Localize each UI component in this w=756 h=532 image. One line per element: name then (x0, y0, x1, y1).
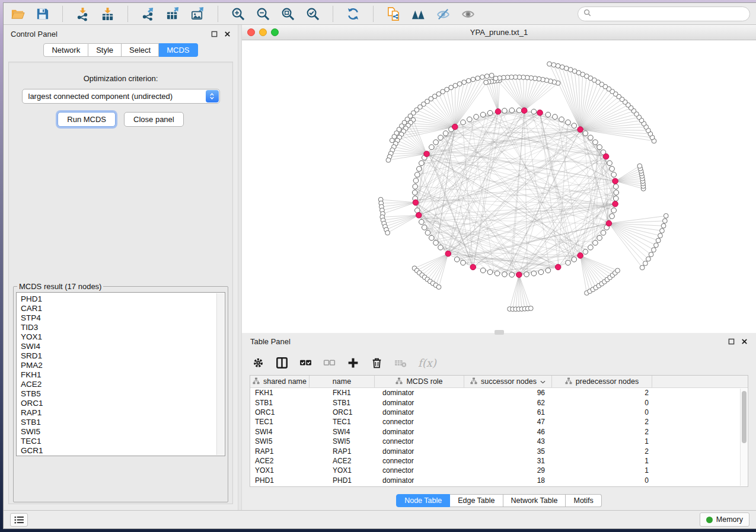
column-header-shared-name[interactable]: shared name (250, 376, 310, 387)
network-node[interactable] (480, 112, 486, 117)
network-node[interactable] (433, 241, 439, 246)
vertical-splitter[interactable] (238, 25, 242, 510)
table-scrollbar-thumb[interactable] (742, 391, 747, 443)
table-cell[interactable]: ACE2 (310, 457, 375, 465)
table-cell[interactable]: YOX1 (250, 466, 310, 475)
network-node[interactable] (467, 117, 473, 122)
float-table-panel-icon[interactable] (728, 338, 735, 345)
network-leaf-node[interactable] (662, 219, 667, 223)
table-cell[interactable]: connector (375, 437, 464, 446)
table-cell[interactable]: SWI5 (250, 437, 310, 446)
table-row[interactable]: TEC1TEC1connector472 (250, 417, 748, 427)
network-node[interactable] (454, 257, 460, 262)
table-cell[interactable]: 1 (552, 437, 652, 446)
mcds-result-item[interactable]: SRD1 (21, 351, 215, 361)
table-row[interactable]: ORC1ORC1dominator610 (250, 408, 748, 417)
mcds-hub-node[interactable] (537, 110, 543, 116)
network-node[interactable] (597, 145, 602, 150)
mcds-hub-node[interactable] (495, 108, 501, 114)
table-cell[interactable]: connector (375, 418, 464, 426)
mcds-result-item[interactable]: TID3 (21, 323, 215, 332)
tab-motifs[interactable]: Motifs (566, 494, 601, 507)
network-leaf-node[interactable] (484, 74, 489, 79)
import-table-icon[interactable] (100, 6, 116, 22)
optimization-criterion-select[interactable]: largest connected component (undirected) (22, 89, 220, 104)
network-node[interactable] (538, 270, 544, 275)
table-cell[interactable]: 43 (464, 437, 552, 446)
network-node[interactable] (610, 214, 615, 219)
close-table-panel-icon[interactable] (741, 338, 748, 345)
network-leaf-node[interactable] (654, 243, 659, 248)
table-row[interactable]: ACE2ACE2connector311 (250, 456, 748, 466)
network-leaf-node[interactable] (551, 63, 556, 68)
network-node[interactable] (422, 225, 427, 230)
table-cell[interactable]: dominator (375, 447, 464, 456)
window-maximize-icon[interactable] (271, 28, 279, 36)
memory-button[interactable]: Memory (700, 512, 749, 527)
network-node[interactable] (611, 172, 617, 178)
network-node[interactable] (461, 260, 466, 265)
window-close-icon[interactable] (247, 28, 255, 36)
mcds-result-item[interactable]: GCR1 (21, 446, 215, 456)
network-node[interactable] (433, 140, 439, 145)
network-leaf-node[interactable] (489, 73, 494, 78)
zoom-fit-icon[interactable] (280, 6, 296, 22)
table-cell[interactable]: 62 (464, 399, 552, 407)
network-node[interactable] (480, 268, 486, 273)
deselect-all-icon[interactable] (323, 357, 336, 369)
save-icon[interactable] (34, 6, 50, 22)
table-row[interactable]: SWI4SWI4dominator462 (250, 427, 748, 437)
mcds-hub-node[interactable] (416, 212, 422, 218)
table-cell[interactable]: STB1 (250, 399, 310, 407)
network-node[interactable] (572, 123, 577, 129)
mcds-result-list[interactable]: PHD1CAR1STP4TID3YOX1SWI4SRD1PMA2FKH1ACE2… (16, 292, 225, 456)
network-node[interactable] (583, 131, 588, 136)
export-image-icon[interactable] (190, 6, 206, 22)
network-node[interactable] (610, 166, 615, 172)
table-row[interactable]: RAP1RAP1dominator352 (250, 446, 748, 456)
network-leaf-node[interactable] (547, 62, 552, 66)
network-leaf-node[interactable] (385, 230, 390, 235)
column-header-predecessor-nodes[interactable]: predecessor nodes (552, 376, 652, 387)
network-node[interactable] (509, 272, 515, 277)
first-neighbors-icon[interactable] (410, 6, 426, 22)
table-cell[interactable]: dominator (375, 389, 464, 397)
network-node[interactable] (429, 235, 435, 241)
network-node[interactable] (429, 145, 435, 150)
zoom-in-icon[interactable] (230, 6, 246, 22)
network-leaf-node[interactable] (661, 223, 666, 228)
delete-column-icon[interactable] (371, 357, 383, 369)
mcds-hub-node[interactable] (516, 272, 522, 278)
table-cell[interactable]: 96 (464, 389, 552, 397)
network-leaf-node[interactable] (560, 65, 564, 69)
table-cell[interactable]: PHD1 (310, 476, 375, 485)
mcds-hub-node[interactable] (413, 200, 419, 206)
table-row[interactable]: SWI5SWI5connector431 (250, 437, 748, 446)
tab-network[interactable]: Network (43, 43, 88, 57)
network-leaf-node[interactable] (453, 84, 458, 88)
column-header-mcds-role[interactable]: MCDS role (375, 376, 464, 387)
network-leaf-node[interactable] (386, 158, 391, 162)
tab-node-table[interactable]: Node Table (396, 494, 450, 507)
network-node[interactable] (509, 108, 515, 113)
mcds-result-item[interactable]: SWI4 (21, 342, 215, 351)
network-leaf-node[interactable] (643, 261, 648, 266)
mcds-hub-node[interactable] (606, 220, 612, 226)
network-node[interactable] (425, 230, 430, 236)
network-node[interactable] (438, 245, 444, 250)
run-mcds-button[interactable]: Run MCDS (58, 112, 116, 127)
network-node[interactable] (443, 131, 448, 136)
mcds-result-item[interactable]: YOX1 (21, 332, 215, 342)
table-cell[interactable]: 2 (552, 447, 652, 456)
mcds-result-item[interactable]: ORC1 (21, 399, 215, 408)
table-cell[interactable]: FKH1 (250, 389, 310, 397)
network-node[interactable] (419, 219, 425, 225)
mcds-hub-node[interactable] (555, 264, 561, 270)
mcds-result-item[interactable]: SWI5 (21, 427, 215, 437)
network-node[interactable] (524, 272, 529, 277)
network-node[interactable] (593, 241, 598, 246)
network-node[interactable] (487, 270, 493, 275)
network-graph[interactable] (242, 40, 756, 333)
table-cell[interactable]: dominator (375, 476, 464, 485)
mcds-hub-node[interactable] (452, 124, 458, 130)
